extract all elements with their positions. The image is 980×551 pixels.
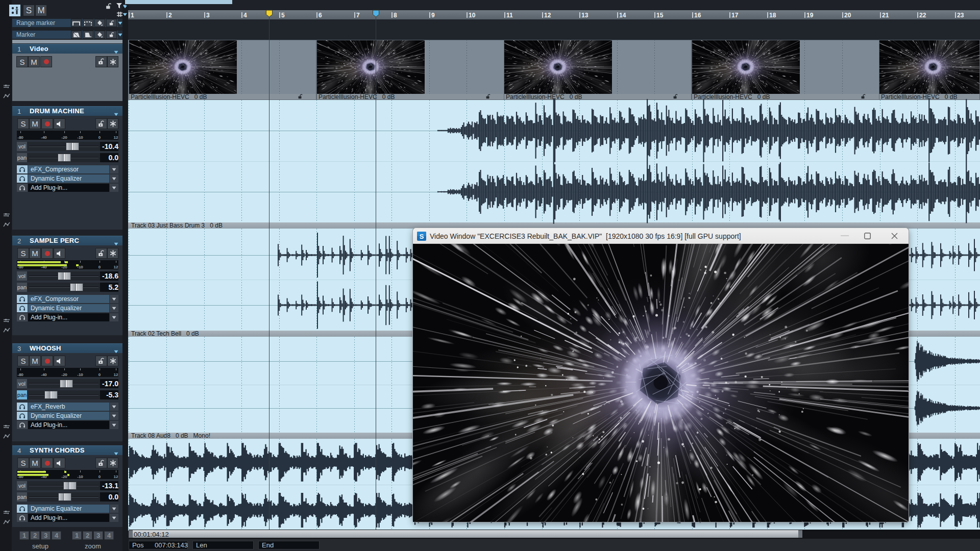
svg-text:S: S [420,233,424,240]
